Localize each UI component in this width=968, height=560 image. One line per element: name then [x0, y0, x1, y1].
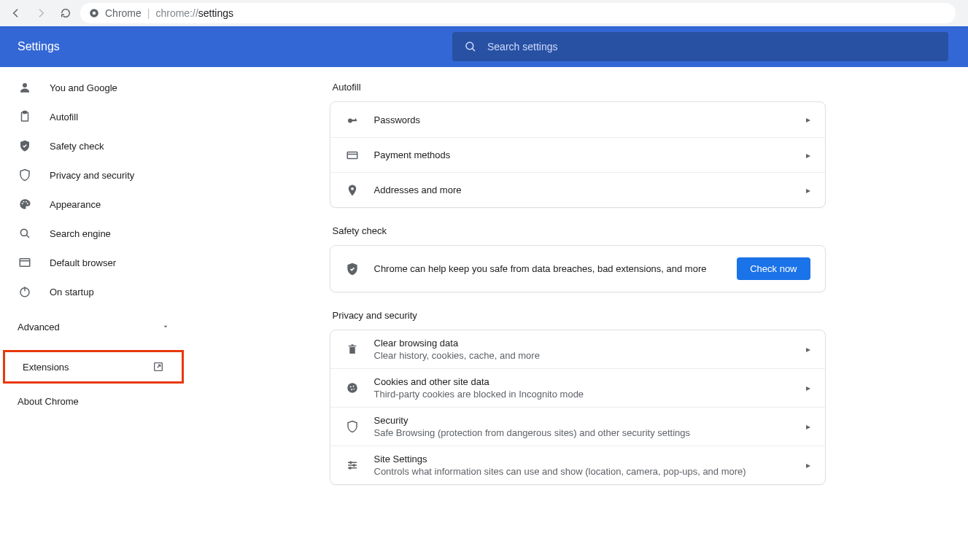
sidebar-item-default-browser[interactable]: Default browser: [0, 248, 187, 277]
forward-button[interactable]: [31, 3, 51, 23]
row-passwords[interactable]: Passwords ▸: [330, 102, 825, 137]
sidebar-item-privacy[interactable]: Privacy and security: [0, 160, 187, 190]
credit-card-icon: [345, 149, 360, 162]
key-icon: [345, 113, 360, 126]
safety-check-row: Chrome can help keep you safe from data …: [330, 246, 825, 292]
row-subtitle: Clear history, cookies, cache, and more: [374, 350, 791, 361]
chevron-down-icon: [162, 323, 169, 330]
sidebar: You and Google Autofill Safety check Pri…: [0, 67, 187, 560]
search-settings-input[interactable]: [487, 41, 937, 52]
svg-point-27: [347, 383, 357, 393]
sidebar-item-you-and-google[interactable]: You and Google: [0, 73, 187, 102]
svg-rect-6: [23, 112, 27, 114]
svg-point-4: [23, 83, 27, 88]
address-bar[interactable]: Chrome | chrome://settings: [80, 3, 956, 23]
omnibox-url: chrome://settings: [155, 7, 233, 19]
row-subtitle: Safe Browsing (protection from dangerous…: [374, 427, 791, 438]
person-icon: [18, 81, 32, 94]
svg-point-30: [351, 389, 352, 390]
sidebar-item-search-engine[interactable]: Search engine: [0, 219, 187, 248]
sidebar-item-autofill[interactable]: Autofill: [0, 102, 187, 131]
row-subtitle: Controls what information sites can use …: [374, 466, 791, 477]
chevron-right-icon: ▸: [806, 383, 810, 393]
chevron-right-icon: ▸: [806, 421, 810, 432]
svg-point-11: [20, 229, 27, 236]
row-title: Passwords: [374, 114, 791, 125]
shield-icon: [345, 420, 360, 433]
chevron-right-icon: ▸: [806, 150, 810, 160]
section-privacy: Privacy and security Clear browsing data…: [330, 310, 826, 485]
svg-rect-13: [20, 259, 30, 267]
extensions-highlight: Extensions: [3, 350, 184, 384]
sidebar-about-label: About Chrome: [18, 396, 79, 407]
open-in-new-icon: [152, 361, 164, 373]
sidebar-extensions[interactable]: Extensions: [5, 352, 182, 381]
svg-rect-25: [348, 346, 356, 347]
location-icon: [345, 184, 360, 197]
search-icon: [464, 40, 477, 53]
main-panel: Autofill Passwords ▸ Payment methods ▸: [187, 67, 968, 560]
row-payment-methods[interactable]: Payment methods ▸: [330, 137, 825, 172]
section-autofill: Autofill Passwords ▸ Payment methods ▸: [330, 82, 826, 208]
power-icon: [18, 285, 32, 298]
sidebar-advanced[interactable]: Advanced: [0, 312, 187, 341]
browser-icon: [18, 256, 32, 269]
sidebar-advanced-label: Advanced: [18, 322, 60, 332]
section-title-safety: Safety check: [330, 225, 826, 245]
svg-rect-21: [347, 152, 357, 158]
svg-rect-24: [349, 347, 355, 354]
omnibox-product: Chrome: [105, 7, 142, 19]
svg-point-29: [352, 386, 354, 387]
sidebar-item-label: Search engine: [50, 228, 111, 239]
svg-point-10: [27, 203, 28, 204]
tune-icon: [345, 459, 360, 472]
sidebar-item-on-startup[interactable]: On startup: [0, 277, 187, 306]
sidebar-item-safety-check[interactable]: Safety check: [0, 131, 187, 160]
sidebar-about-chrome[interactable]: About Chrome: [0, 386, 187, 416]
section-title-autofill: Autofill: [330, 82, 826, 101]
row-title: Site Settings: [374, 454, 791, 464]
sidebar-item-label: Default browser: [50, 257, 116, 268]
omnibox-divider: |: [147, 7, 150, 19]
reload-button[interactable]: [55, 3, 76, 23]
row-title: Addresses and more: [374, 184, 791, 195]
svg-point-7: [22, 203, 23, 204]
sidebar-extensions-label: Extensions: [23, 362, 69, 373]
sidebar-item-label: Privacy and security: [50, 170, 134, 181]
search-icon: [18, 227, 32, 240]
sidebar-item-label: Safety check: [50, 141, 104, 152]
row-title: Security: [374, 415, 791, 426]
chrome-favicon-icon: [89, 8, 99, 18]
svg-point-31: [353, 389, 355, 390]
chevron-right-icon: ▸: [806, 114, 810, 125]
row-title: Clear browsing data: [374, 338, 791, 349]
svg-point-9: [26, 201, 27, 203]
sidebar-item-label: Appearance: [50, 199, 101, 210]
svg-point-37: [349, 467, 350, 469]
row-subtitle: Third-party cookies are blocked in Incog…: [374, 389, 791, 400]
back-button[interactable]: [6, 3, 26, 23]
shield-check-icon: [345, 262, 360, 276]
sidebar-item-appearance[interactable]: Appearance: [0, 190, 187, 219]
section-title-privacy: Privacy and security: [330, 310, 826, 330]
sidebar-item-label: You and Google: [50, 82, 117, 93]
sidebar-item-label: Autofill: [50, 112, 78, 122]
row-clear-browsing-data[interactable]: Clear browsing data Clear history, cooki…: [330, 330, 825, 368]
chevron-right-icon: ▸: [806, 460, 810, 470]
svg-line-3: [472, 48, 475, 51]
svg-point-2: [466, 42, 473, 50]
clipboard-icon: [18, 110, 32, 123]
row-addresses[interactable]: Addresses and more ▸: [330, 172, 825, 207]
search-settings-box[interactable]: [452, 32, 948, 61]
check-now-button[interactable]: Check now: [737, 257, 810, 280]
trash-icon: [345, 343, 360, 356]
row-security[interactable]: Security Safe Browsing (protection from …: [330, 407, 825, 446]
row-site-settings[interactable]: Site Settings Controls what information …: [330, 446, 825, 484]
sidebar-item-label: On startup: [50, 287, 94, 298]
shield-icon: [18, 168, 32, 182]
svg-point-1: [93, 12, 96, 15]
row-title: Cookies and other site data: [374, 376, 791, 387]
shield-check-icon: [18, 139, 32, 152]
row-cookies[interactable]: Cookies and other site data Third-party …: [330, 368, 825, 407]
svg-rect-26: [351, 344, 353, 346]
